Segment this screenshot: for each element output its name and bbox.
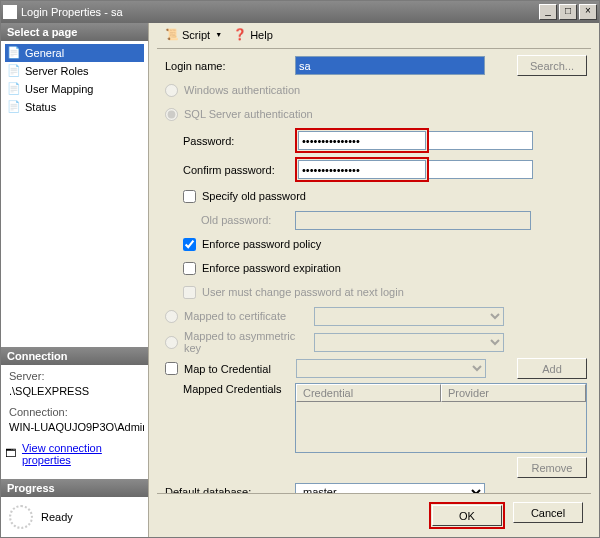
page-icon: 📄 <box>7 82 21 96</box>
page-status[interactable]: 📄Status <box>5 98 144 116</box>
app-icon <box>3 5 17 19</box>
credential-select <box>296 359 486 378</box>
titlebar: Login Properties - sa _ □ × <box>1 1 599 23</box>
password-input-ext[interactable] <box>429 131 533 150</box>
dropdown-icon: ▼ <box>215 31 222 38</box>
mapped-asym-label: Mapped to asymmetric key <box>184 330 314 354</box>
mapped-cert-label: Mapped to certificate <box>184 310 314 322</box>
ok-highlight: OK <box>429 502 505 529</box>
search-button: Search... <box>517 55 587 76</box>
windows-auth-label: Windows authentication <box>184 84 300 96</box>
enforce-policy-checkbox[interactable] <box>183 238 196 251</box>
progress-header: Progress <box>1 479 148 497</box>
left-panel: Select a page 📄General 📄Server Roles 📄Us… <box>1 23 149 537</box>
confirm-password-label: Confirm password: <box>183 164 295 176</box>
connection-value: WIN-LUAQUJO9P3O\Administrator <box>5 420 144 434</box>
confirm-password-input-ext[interactable] <box>429 160 533 179</box>
map-credential-checkbox[interactable] <box>165 362 178 375</box>
page-icon: 📄 <box>7 64 21 78</box>
mapped-asym-radio <box>165 336 178 349</box>
mapped-creds-label: Mapped Credentials <box>165 383 295 395</box>
connection-header: Connection <box>1 347 148 365</box>
cert-select <box>314 307 504 326</box>
right-panel: 📜Script▼ ❓Help Login name: Search... Win… <box>149 23 599 537</box>
close-button[interactable]: × <box>579 4 597 20</box>
credential-column: Credential <box>296 384 441 402</box>
page-label: Server Roles <box>25 65 89 77</box>
confirm-password-input[interactable] <box>298 160 426 179</box>
page-icon: 📄 <box>7 100 21 114</box>
remove-button: Remove <box>517 457 587 478</box>
dialog-footer: OK Cancel <box>157 493 591 537</box>
minimize-button[interactable]: _ <box>539 4 557 20</box>
default-db-select[interactable]: master <box>295 483 485 494</box>
properties-icon: 🗔 <box>5 447 18 461</box>
progress-status: Ready <box>41 511 73 523</box>
enforce-policy-label: Enforce password policy <box>202 238 321 250</box>
asym-select <box>314 333 504 352</box>
enforce-expiration-label: Enforce password expiration <box>202 262 341 274</box>
cancel-button[interactable]: Cancel <box>513 502 583 523</box>
old-password-label: Old password: <box>201 214 295 226</box>
old-password-input <box>295 211 531 230</box>
password-label: Password: <box>183 135 295 147</box>
script-label: Script <box>182 29 210 41</box>
enforce-expiration-checkbox[interactable] <box>183 262 196 275</box>
map-credential-label: Map to Credential <box>184 363 296 375</box>
server-label: Server: <box>5 368 144 384</box>
page-general[interactable]: 📄General <box>5 44 144 62</box>
progress-spinner-icon <box>9 505 33 529</box>
login-name-label: Login name: <box>165 60 295 72</box>
page-user-mapping[interactable]: 📄User Mapping <box>5 80 144 98</box>
page-icon: 📄 <box>7 46 21 60</box>
form-area: Login name: Search... Windows authentica… <box>157 49 591 493</box>
specify-old-label: Specify old password <box>202 190 306 202</box>
ok-button[interactable]: OK <box>432 505 502 526</box>
script-icon: 📜 <box>165 28 179 41</box>
specify-old-checkbox[interactable] <box>183 190 196 203</box>
maximize-button[interactable]: □ <box>559 4 577 20</box>
must-change-checkbox <box>183 286 196 299</box>
help-button[interactable]: ❓Help <box>229 26 277 43</box>
help-label: Help <box>250 29 273 41</box>
windows-auth-radio <box>165 84 178 97</box>
page-server-roles[interactable]: 📄Server Roles <box>5 62 144 80</box>
default-db-label: Default database: <box>165 486 295 493</box>
view-connection-link[interactable]: View connection properties <box>22 442 144 466</box>
select-page-header: Select a page <box>1 23 148 41</box>
script-button[interactable]: 📜Script▼ <box>161 26 226 43</box>
window-title: Login Properties - sa <box>21 6 537 18</box>
sql-auth-label: SQL Server authentication <box>184 108 313 120</box>
mapped-creds-list: CredentialProvider <box>295 383 587 453</box>
help-icon: ❓ <box>233 28 247 41</box>
page-label: General <box>25 47 64 59</box>
must-change-label: User must change password at next login <box>202 286 404 298</box>
add-button: Add <box>517 358 587 379</box>
password-highlight <box>295 128 429 153</box>
mapped-cert-radio <box>165 310 178 323</box>
page-label: Status <box>25 101 56 113</box>
page-label: User Mapping <box>25 83 93 95</box>
sql-auth-radio <box>165 108 178 121</box>
connection-label: Connection: <box>5 404 144 420</box>
provider-column: Provider <box>441 384 586 402</box>
confirm-highlight <box>295 157 429 182</box>
login-name-input[interactable] <box>295 56 485 75</box>
server-value: .\SQLEXPRESS <box>5 384 144 398</box>
password-input[interactable] <box>298 131 426 150</box>
